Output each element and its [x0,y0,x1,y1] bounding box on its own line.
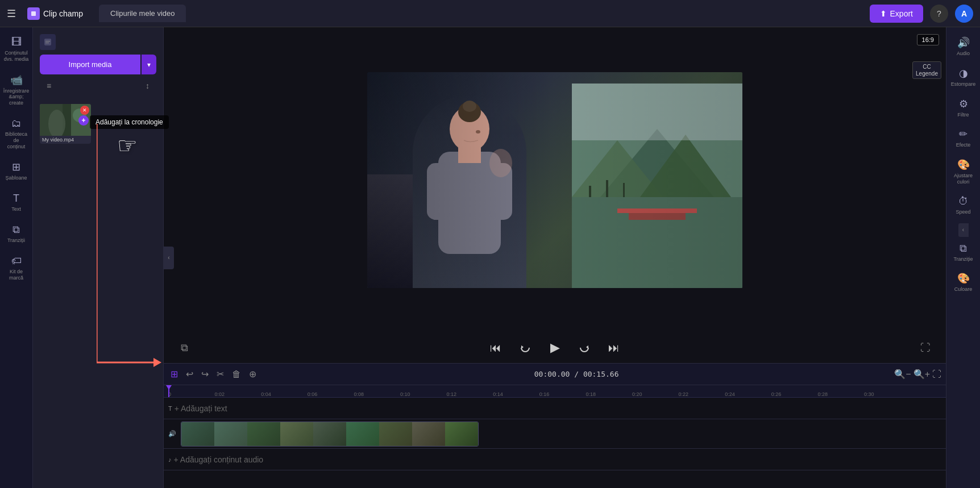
ruler-tick-9: 0:18 [585,391,596,397]
time-separator: / [574,370,583,378]
export-button[interactable]: ⬆ Export [870,5,923,23]
video-track: 🔊 [164,419,946,449]
import-media-dropdown[interactable]: ▾ [142,55,156,74]
cc-badge[interactable]: CC Legende [912,61,941,79]
cut-button[interactable]: ✂ [214,366,226,382]
right-panel-item-filtre[interactable]: ⚙ Filtre [948,93,979,123]
sidebar-item-record[interactable]: 📹 Înregistrare &amp; create [2,69,31,111]
video-track-icon: 🔊 [168,430,176,437]
fullscreen-button[interactable]: ⛶ [916,339,935,357]
svg-rect-1 [31,11,36,16]
right-panel-item-tranzitie[interactable]: ⧉ Tranziție [948,238,979,267]
clip-thumb-3 [247,422,280,447]
filtre-icon: ⚙ [959,98,968,110]
ruler-tick-6: 0:12 [447,391,457,397]
culoare2-icon: 🎨 [957,272,970,285]
sidebar-label-text: Text [11,206,21,212]
ruler-tick-13: 0:26 [771,391,782,397]
transitions-icon: ⧉ [13,224,20,236]
audio-track: ♪ + Adăugați conținut audio [164,449,946,470]
sidebar-label-brand: Kit de marcă [4,269,29,281]
sidebar-item-library[interactable]: 🗂 Biblioteca de conținut [2,113,31,154]
forward-button[interactable] [575,339,593,357]
sidebar-label-record: Înregistrare &amp; create [3,88,30,106]
video-clip-strip[interactable] [181,422,479,447]
clip-thumb-4 [280,422,313,447]
play-button[interactable]: ▶ [546,339,564,357]
efecte-icon: ✏ [959,128,967,140]
clip-thumb-8 [412,422,445,447]
audio-label: Audio [957,51,970,57]
lock-button[interactable]: ⊕ [247,366,259,382]
undo-button[interactable]: ↩ [184,366,196,382]
speed-icon: ⏱ [958,195,969,207]
video-clip[interactable] [181,422,479,447]
ruler-tick-3: 0:06 [308,391,318,397]
estompare-icon: ◑ [959,67,968,80]
sidebar-item-transitions[interactable]: ⧉ Tranziții [2,219,31,248]
filter-icon[interactable]: ≡ [47,81,51,90]
sidebar-item-text[interactable]: T Text [2,188,31,217]
ruler-tick-2: 0:04 [261,391,271,397]
zoom-fit-button[interactable]: ⛶ [932,369,941,379]
add-text-button[interactable]: + Adăugați text [175,404,227,413]
right-panel-item-speed[interactable]: ⏱ Speed [948,191,979,220]
culori-label: Ajustare culori [950,173,977,185]
delete-button[interactable]: 🗑 [230,367,243,382]
culori-icon: 🎨 [957,159,970,171]
main-content: 🎞 Conținutul dvs. media 📹 Înregistrare &… [0,27,980,488]
my-videos-tab[interactable]: Clipurile mele video [99,5,186,22]
media-item-delete-button[interactable]: ✕ [80,106,89,115]
redo-button[interactable]: ↪ [199,366,211,382]
preview-and-right: 16:9 CC Legende ⧉ ⏮ [164,27,980,488]
ruler-container: 0 0:02 0:04 0:06 0:08 0:10 0:12 0:14 0:1… [168,385,941,397]
svg-marker-34 [586,345,588,349]
aspect-ratio-badge[interactable]: 16:9 [917,34,939,45]
sidebar-item-templates[interactable]: ⊞ Șabloane [2,156,31,186]
right-panel-item-audio[interactable]: 🔊 Audio [948,32,979,61]
media-item-filename: My video.mp4 [40,136,91,144]
subtitle-button[interactable]: ⧉ [175,339,193,357]
clip-thumb-2 [214,422,247,447]
right-panel-item-culori[interactable]: 🎨 Ajustare culori [948,154,979,190]
estompare-label: Estompare [951,81,976,87]
add-audio-button[interactable]: + Adăugați conținut audio [174,455,264,464]
clip-thumb-9 [445,422,478,447]
scene-overlay [367,72,742,288]
hamburger-menu[interactable]: ☰ [7,7,16,20]
right-panel-item-culoare2[interactable]: 🎨 Culoare [948,268,979,297]
sidebar-label-media: Conținutul dvs. media [4,50,29,62]
help-button[interactable]: ? [930,5,948,23]
sidebar-item-media[interactable]: 🎞 Conținutul dvs. media [2,32,31,67]
zoom-in-button[interactable]: 🔍+ [913,369,930,379]
video-controls: ⧉ ⏮ ▶ ⏭ [164,332,946,363]
media-item[interactable]: ✕ + My video.mp4 [40,104,91,144]
efecte-label: Efecte [956,142,971,148]
user-avatar[interactable]: A [955,5,973,23]
rewind-button[interactable] [516,339,534,357]
right-panel: 🔊 Audio ◑ Estompare ⚙ Filtre ✏ Efecte 🎨 [946,27,980,488]
right-panel-collapse[interactable]: ‹ [958,223,969,237]
timeline-area: ⊞ ↩ ↪ ✂ 🗑 ⊕ 00:00.00 / 00:15.66 🔍− [164,363,946,488]
audio-track-icon: ♪ [168,456,172,463]
timeline-tracks: T + Adăugați text 🔊 [164,398,946,488]
zoom-out-button[interactable]: 🔍− [894,369,911,379]
library-icon: 🗂 [11,118,22,130]
preview-timeline-column: 16:9 CC Legende ⧉ ⏮ [164,27,946,488]
skip-back-button[interactable]: ⏮ [487,339,505,357]
speed-label: Speed [956,209,970,215]
sidebar-item-brand[interactable]: 🏷 Kit de marcă [2,251,31,286]
panel-collapse-button[interactable]: ‹ [164,247,174,269]
timeline-toolbar: ⊞ ↩ ↪ ✂ 🗑 ⊕ 00:00.00 / 00:15.66 🔍− [164,364,946,385]
right-panel-item-estompare[interactable]: ◑ Estompare [948,62,979,92]
current-time: 00:00.00 [534,370,570,378]
total-time: 00:15.66 [583,370,619,378]
magnet-tool-button[interactable]: ⊞ [168,366,180,382]
right-panel-item-efecte[interactable]: ✏ Efecte [948,123,979,153]
add-to-timeline-tooltip: Adăugați la cronologie [90,115,169,129]
sort-icon[interactable]: ↕ [146,81,150,90]
ruler-tick-5: 0:10 [400,391,410,397]
import-media-button[interactable]: Import media [40,55,140,74]
media-item-add-button[interactable]: + [78,115,89,126]
skip-forward-button[interactable]: ⏭ [605,339,623,357]
